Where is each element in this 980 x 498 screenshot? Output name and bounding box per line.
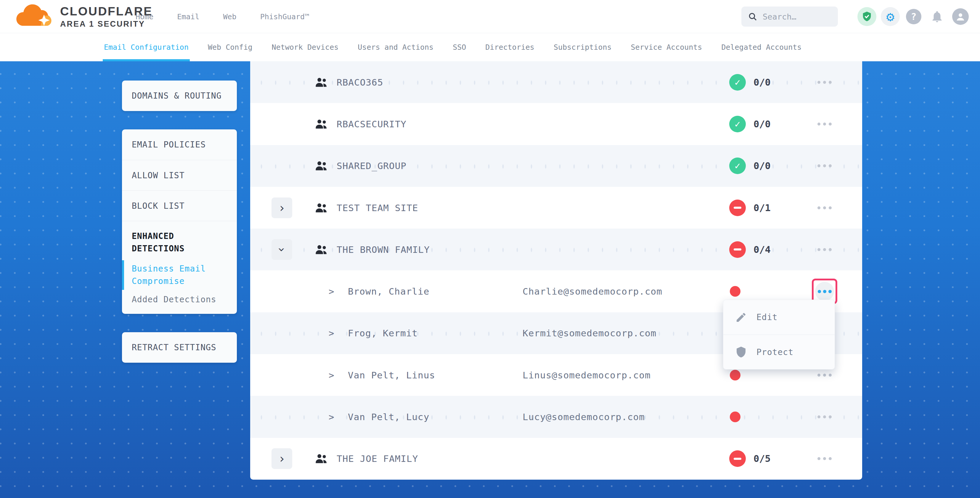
sidebar-item-allow-list[interactable]: ALLOW LIST <box>122 160 237 190</box>
user-name: Van Pelt, Linus <box>348 370 435 380</box>
member-count: 0/0 <box>754 160 771 172</box>
user-name: Brown, Charlie <box>348 286 429 297</box>
more-options-icon[interactable] <box>811 115 838 133</box>
nav-item-phishguard[interactable]: PhishGuard™ <box>260 13 309 21</box>
more-options-icon[interactable] <box>811 450 838 468</box>
tab-directories[interactable]: Directories <box>485 33 535 61</box>
brand: CLOUDFLARE AREA 1 SECURITY <box>13 2 153 31</box>
more-options-icon-active[interactable] <box>815 282 834 301</box>
search-icon <box>748 12 757 21</box>
tab-delegated-accounts[interactable]: Delegated Accounts <box>721 33 802 61</box>
chevron-right-icon: › <box>278 453 285 465</box>
tab-subscriptions[interactable]: Subscriptions <box>554 33 612 61</box>
user-arrow-icon: > <box>329 328 334 339</box>
settings-gear-icon[interactable]: ⚙ <box>881 7 900 26</box>
group-name: SHARED_GROUP <box>337 161 407 171</box>
help-icon[interactable]: ? <box>904 7 923 26</box>
group-name: TEST TEAM SITE <box>337 202 418 213</box>
cloudflare-cloud-icon <box>13 2 58 31</box>
group-name: THE BROWN FAMILY <box>337 244 430 255</box>
nav-item-web[interactable]: Web <box>223 13 236 21</box>
group-name: RBACSECURITY <box>337 119 407 129</box>
user-arrow-icon: > <box>329 412 334 422</box>
group-icon <box>315 453 328 465</box>
sidebar-card-domains: DOMAINS & ROUTING <box>122 81 237 111</box>
shield-check-icon[interactable] <box>858 7 877 26</box>
user-arrow-icon: > <box>329 370 334 380</box>
menu-item-edit[interactable]: Edit <box>723 300 835 334</box>
user-email: Kermit@somedemocorp.com <box>523 328 656 339</box>
group-icon <box>315 118 328 130</box>
sidebar-item-added-detections[interactable]: Added Detections <box>132 294 227 304</box>
groups-table: RBACO365 ✓ 0/0 RBACSECURITY ✓ 0/0 SHARED… <box>250 61 862 480</box>
status-red-dot <box>730 286 740 297</box>
group-name: THE JOE FAMILY <box>337 453 418 464</box>
sidebar-item-enhanced-detections[interactable]: ENHANCED DETECTIONS <box>132 230 227 255</box>
menu-item-label: Edit <box>756 312 778 322</box>
tab-email-configuration[interactable]: Email Configuration <box>104 33 189 61</box>
status-blocked-icon <box>729 450 746 467</box>
secondary-tabs: Email Configuration Web Config Network D… <box>0 33 980 61</box>
sidebar-item-retract-settings[interactable]: RETRACT SETTINGS <box>122 332 237 363</box>
status-red-dot <box>730 412 740 422</box>
user-email: Linus@somedemocorp.com <box>523 370 651 380</box>
more-options-icon[interactable] <box>811 157 838 175</box>
group-icon <box>315 160 328 172</box>
table-row-group: › TEST TEAM SITE 0/1 <box>250 187 862 229</box>
sidebar-item-email-policies[interactable]: EMAIL POLICIES <box>122 129 237 160</box>
member-count: 0/1 <box>754 202 771 213</box>
row-context-menu: Edit Protect <box>723 300 835 369</box>
tab-network-devices[interactable]: Network Devices <box>272 33 339 61</box>
status-blocked-icon <box>729 200 746 216</box>
sidebar-item-business-email-compromise[interactable]: Business Email Compromise <box>132 263 227 288</box>
more-options-icon[interactable] <box>811 199 838 217</box>
user-arrow-icon: > <box>329 286 334 297</box>
page: CLOUDFLARE AREA 1 SECURITY Home Email We… <box>0 0 980 498</box>
member-count: 0/5 <box>754 453 771 464</box>
tab-users-and-actions[interactable]: Users and Actions <box>358 33 433 61</box>
chevron-right-icon: › <box>278 202 285 214</box>
table-row-user: > Van Pelt, Lucy Lucy@somedemocorp.com <box>250 396 862 438</box>
nav-item-home[interactable]: Home <box>135 13 153 21</box>
sidebar-card-retract: RETRACT SETTINGS <box>122 332 237 363</box>
group-icon <box>315 76 328 88</box>
collapse-button[interactable]: › <box>272 239 292 260</box>
user-email: Charlie@somedemocorp.com <box>523 286 662 297</box>
nav-item-email[interactable]: Email <box>177 13 199 21</box>
more-options-icon[interactable] <box>811 73 838 91</box>
primary-nav: Home Email Web PhishGuard™ <box>135 0 309 33</box>
user-name: Frog, Kermit <box>348 328 418 339</box>
top-header: CLOUDFLARE AREA 1 SECURITY Home Email We… <box>0 0 980 33</box>
search-box[interactable] <box>741 6 838 27</box>
user-email: Lucy@somedemocorp.com <box>523 412 645 422</box>
expand-button[interactable]: › <box>272 197 292 218</box>
menu-item-protect[interactable]: Protect <box>723 334 835 369</box>
table-row-group: RBACSECURITY ✓ 0/0 <box>250 103 862 145</box>
sidebar-card-policies: EMAIL POLICIES ALLOW LIST BLOCK LIST ENH… <box>122 129 237 314</box>
more-options-icon[interactable] <box>811 241 838 258</box>
member-count: 0/0 <box>754 118 771 130</box>
account-icon[interactable] <box>951 7 970 26</box>
tab-sso[interactable]: SSO <box>453 33 466 61</box>
expand-button[interactable]: › <box>272 448 292 469</box>
group-icon <box>315 243 328 256</box>
tab-service-accounts[interactable]: Service Accounts <box>631 33 702 61</box>
chevron-down-icon: › <box>276 246 288 253</box>
sidebar-item-domains-routing[interactable]: DOMAINS & ROUTING <box>122 81 237 111</box>
bell-icon[interactable] <box>928 7 947 26</box>
status-ok-icon: ✓ <box>729 158 746 174</box>
status-ok-icon: ✓ <box>729 116 746 132</box>
sidebar-section-enhanced-detections: ENHANCED DETECTIONS Business Email Compr… <box>122 221 237 314</box>
menu-item-label: Protect <box>756 347 794 357</box>
shield-icon <box>735 346 747 358</box>
table-row-group: › THE BROWN FAMILY 0/4 <box>250 229 862 270</box>
tab-web-config[interactable]: Web Config <box>208 33 253 61</box>
group-name: RBACO365 <box>337 77 383 88</box>
pencil-icon <box>735 312 747 323</box>
status-ok-icon: ✓ <box>729 74 746 91</box>
sidebar-item-block-list[interactable]: BLOCK LIST <box>122 190 237 221</box>
more-options-icon[interactable] <box>811 408 838 426</box>
user-name: Van Pelt, Lucy <box>348 412 429 422</box>
search-input[interactable] <box>763 12 831 21</box>
header-icon-group: ⚙ ? <box>858 7 970 26</box>
